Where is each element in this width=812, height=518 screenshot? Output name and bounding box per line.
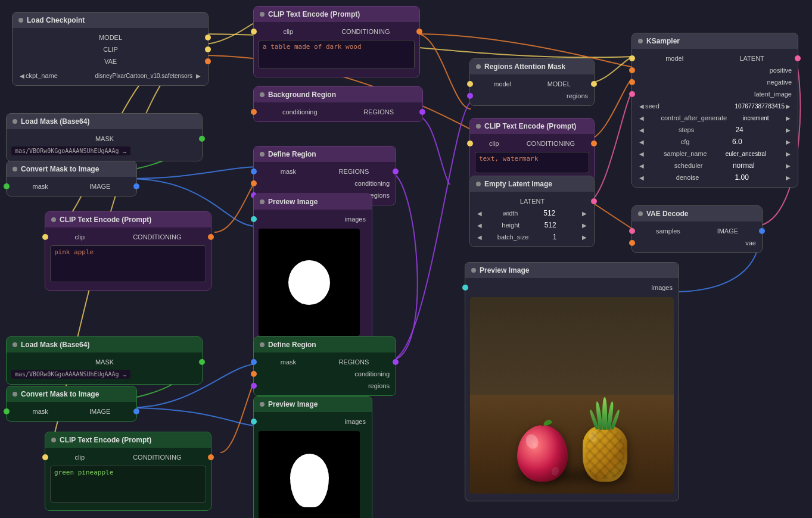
load-checkpoint-header: Load Checkpoint [13, 13, 208, 28]
regions-in-2: regions [368, 382, 390, 389]
clip-text-mid-input[interactable]: text, watermark [475, 152, 589, 173]
sched-prev[interactable]: ◀ [638, 163, 645, 169]
cond-out-mid: CONDITIONING [527, 140, 575, 147]
mask-value-2: mas/VBORw0KGgoAAAANSUhEUgAAAg AAAA [11, 370, 130, 379]
node-canvas: Load Checkpoint MODEL CLIP VAE ◀ ckpt_na… [0, 0, 812, 518]
steps-next[interactable]: ▶ [785, 127, 792, 133]
batch-next[interactable]: ▶ [581, 234, 588, 241]
conditioning-in-label: conditioning [282, 108, 318, 116]
regions-out-label: REGIONS [363, 108, 394, 116]
define-region-1-title: Define Region [268, 150, 316, 158]
ksampler-title: KSampler [646, 37, 680, 45]
preview-final-header: Preview Image [465, 263, 679, 278]
model-in-ks: model [665, 55, 683, 62]
latent-out-label: LATENT [520, 198, 545, 205]
clip-text-2-input[interactable]: green pineapple [50, 466, 206, 503]
sampler-value: euler_ancestral [726, 151, 766, 157]
vae-output-label: VAE [104, 58, 117, 65]
denoise-prev[interactable]: ◀ [638, 174, 645, 181]
clip-text-top-input[interactable]: a table made of dark wood [259, 40, 415, 69]
batch-value: 1 [543, 233, 567, 241]
height-value: 512 [539, 221, 562, 229]
ctrl-prev[interactable]: ◀ [638, 115, 645, 121]
load-mask-1-title: Load Mask (Base64) [21, 117, 89, 126]
steps-prev[interactable]: ◀ [638, 127, 645, 133]
load-mask-2-header: Load Mask (Base64) [7, 337, 202, 352]
load-mask-2-node: Load Mask (Base64) MASK mas/VBORw0KGgoAA… [6, 336, 203, 385]
sched-label: scheduler [674, 162, 703, 169]
denoise-next[interactable]: ▶ [785, 174, 792, 181]
preview-image-1-node: Preview Image images [253, 194, 372, 344]
sampler-next[interactable]: ▶ [785, 151, 792, 157]
define-region-2-title: Define Region [268, 341, 316, 349]
positive-in-ks: positive [770, 67, 792, 74]
empty-latent-title: Empty Latent Image [484, 180, 552, 188]
clip-text-encode-mid-node: CLIP Text Encode (Prompt) clip CONDITION… [469, 118, 595, 182]
images-in-final: images [652, 284, 673, 291]
negative-in-ks: negative [767, 79, 792, 86]
preview-image-final-node: Preview Image images [465, 262, 679, 501]
cfg-label: cfg [681, 138, 690, 145]
load-mask-1-header: Load Mask (Base64) [7, 114, 202, 129]
sampler-label: sampler_name [664, 150, 707, 157]
cfg-prev[interactable]: ◀ [638, 139, 645, 145]
clip-output-label: CLIP [103, 46, 117, 53]
vae-decode-title: VAE Decode [646, 210, 688, 218]
image-out-conv-2: IMAGE [89, 408, 110, 415]
convert-mask-1-title: Convert Mask to Image [21, 165, 99, 173]
ckpt-next-btn[interactable]: ▶ [195, 73, 202, 79]
ctrl-label: control_after_generate [661, 114, 727, 121]
clip-in-2: clip [75, 454, 85, 461]
cond-out-2: CONDITIONING [133, 454, 181, 461]
clip-text-mid-title: CLIP Text Encode (Prompt) [484, 122, 576, 130]
height-next[interactable]: ▶ [581, 222, 588, 229]
sched-value: normal [732, 161, 755, 170]
denoise-value: 1.00 [730, 173, 754, 182]
regions-in-ram: regions [567, 92, 588, 99]
cfg-value: 6.0 [725, 138, 749, 146]
clip-text-top-title: CLIP Text Encode (Prompt) [268, 10, 360, 18]
ckpt-prev-btn[interactable]: ◀ [18, 73, 26, 79]
ckpt-label: ckpt_name [26, 72, 58, 79]
batch-prev[interactable]: ◀ [476, 234, 483, 241]
mask-value-1: mas/VBORw0KGgoAAAANSUhEUgAAAg AAAA [11, 146, 130, 155]
sampler-prev[interactable]: ◀ [638, 151, 645, 157]
height-prev[interactable]: ◀ [476, 222, 483, 229]
load-checkpoint-title: Load Checkpoint [27, 16, 85, 24]
seed-prev[interactable]: ◀ [638, 103, 645, 110]
width-label: width [503, 210, 518, 217]
ctrl-next[interactable]: ▶ [785, 115, 792, 121]
background-region-node: Background Region conditioning REGIONS [253, 86, 423, 122]
empty-latent-header: Empty Latent Image [470, 176, 594, 192]
convert-mask-2-title: Convert Mask to Image [21, 390, 99, 398]
width-prev[interactable]: ◀ [476, 210, 483, 217]
clip-in-1: clip [75, 233, 85, 241]
steps-value: 24 [727, 126, 751, 134]
mask-in-1: mask [281, 168, 296, 175]
width-next[interactable]: ▶ [581, 210, 588, 217]
ksampler-header: KSampler [632, 33, 798, 49]
regions-attention-mask-node: Regions Attention Mask model MODEL regio… [469, 58, 595, 106]
clip-text-encode-1-node: CLIP Text Encode (Prompt) clip CONDITION… [45, 211, 211, 291]
sched-next[interactable]: ▶ [785, 163, 792, 169]
mask-out-2: MASK [95, 358, 114, 366]
denoise-label: denoise [676, 174, 699, 181]
image-out-vae: IMAGE [717, 227, 738, 235]
cond-out-label: CONDITIONING [341, 28, 390, 35]
clip-text-1-title: CLIP Text Encode (Prompt) [60, 216, 151, 224]
clip-text-1-input[interactable]: pink apple [50, 245, 206, 282]
seed-next[interactable]: ▶ [785, 103, 792, 110]
steps-label: steps [679, 126, 694, 133]
load-checkpoint-node: Load Checkpoint MODEL CLIP VAE ◀ ckpt_na… [12, 12, 209, 86]
regions-out-2: REGIONS [338, 358, 369, 366]
convert-mask-2-node: Convert Mask to Image mask IMAGE [6, 386, 137, 422]
load-mask-2-title: Load Mask (Base64) [21, 341, 89, 349]
cfg-next[interactable]: ▶ [785, 139, 792, 145]
clip-text-encode-2-node: CLIP Text Encode (Prompt) clip CONDITION… [45, 432, 211, 511]
regions-attn-title: Regions Attention Mask [484, 63, 565, 71]
define-region-2-header: Define Region [254, 337, 396, 352]
preview-final-title: Preview Image [480, 266, 529, 274]
preview-2-header: Preview Image [254, 397, 372, 412]
preview-image-2-node: Preview Image images [253, 396, 372, 518]
clip-text-2-title: CLIP Text Encode (Prompt) [60, 436, 151, 444]
